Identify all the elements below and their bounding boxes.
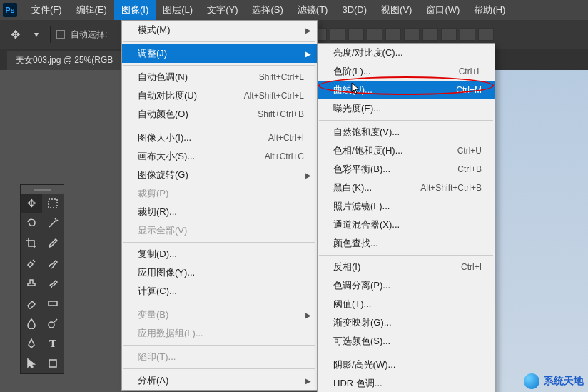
- align-icon[interactable]: [348, 28, 364, 41]
- align-icon[interactable]: [460, 28, 475, 41]
- align-icon[interactable]: [330, 28, 345, 41]
- menu-item-label: 色阶(L)...: [333, 65, 371, 78]
- image-menu-item[interactable]: 应用图像(Y)...: [122, 263, 317, 282]
- adjust-menu-item[interactable]: 可选颜色(S)...: [318, 332, 495, 351]
- menu-文字[interactable]: 文字(Y): [200, 0, 245, 20]
- menu-item-shortcut: Ctrl+L: [437, 66, 482, 76]
- image-menu-item[interactable]: 图像旋转(G): [122, 166, 317, 184]
- document-tab[interactable]: 美女003.jpg @ 25%(RGB: [7, 51, 121, 70]
- menu-item-label: 曝光度(E)...: [333, 102, 381, 115]
- auto-select-label: 自动选择:: [71, 29, 107, 41]
- gradient-tool[interactable]: [42, 293, 64, 313]
- move-tool-icon: ✥: [7, 26, 23, 42]
- menu-item-label: 色彩平衡(B)...: [333, 163, 390, 176]
- menu-item-shortcut: Shift+Ctrl+L: [238, 72, 304, 82]
- wand-tool[interactable]: [42, 213, 64, 233]
- adjust-menu-item[interactable]: 颜色查找...: [318, 234, 495, 253]
- globe-icon: [524, 373, 539, 389]
- blur-tool[interactable]: [21, 313, 42, 333]
- align-icon[interactable]: [385, 28, 401, 41]
- image-menu-item[interactable]: 自动色调(N)Shift+Ctrl+L: [122, 68, 317, 86]
- menu-窗口[interactable]: 窗口(W): [419, 0, 467, 20]
- menu-视图[interactable]: 视图(V): [374, 0, 419, 20]
- history-brush-tool[interactable]: [42, 273, 64, 293]
- adjust-menu-item[interactable]: 反相(I)Ctrl+I: [318, 258, 495, 276]
- menu-item-shortcut: Ctrl+B: [436, 164, 482, 174]
- menu-item-shortcut: Alt+Ctrl+C: [243, 151, 304, 161]
- healing-tool[interactable]: [21, 253, 42, 273]
- menu-编辑[interactable]: 编辑(E): [69, 0, 114, 20]
- eyedropper-tool[interactable]: [42, 233, 64, 253]
- toolbox: ✥ T: [20, 184, 64, 374]
- menu-item-label: HDR 色调...: [333, 377, 382, 390]
- adjust-menu-item[interactable]: HDR 色调...: [318, 374, 495, 392]
- menu-图层[interactable]: 图层(L): [156, 0, 200, 20]
- align-icon[interactable]: [478, 28, 494, 41]
- image-menu-item[interactable]: 计算(C)...: [122, 282, 317, 301]
- image-menu-item[interactable]: 自动对比度(U)Alt+Shift+Ctrl+L: [122, 86, 317, 105]
- menu-帮助[interactable]: 帮助(H): [467, 0, 512, 20]
- eraser-tool[interactable]: [21, 293, 42, 313]
- menu-图像[interactable]: 图像(I): [114, 0, 156, 20]
- menu-选择[interactable]: 选择(S): [245, 0, 290, 20]
- crop-tool[interactable]: [21, 233, 42, 253]
- pen-tool[interactable]: [21, 333, 42, 353]
- image-menu-item: 变量(B): [122, 306, 317, 324]
- adjust-menu-item[interactable]: 阴影/高光(W)...: [318, 356, 495, 374]
- brush-tool[interactable]: [42, 253, 64, 273]
- menu-item-label: 图像大小(I)...: [138, 131, 191, 144]
- image-menu-item[interactable]: 裁切(R)...: [122, 203, 317, 221]
- menu-item-shortcut: Ctrl+U: [436, 146, 482, 156]
- menu-item-label: 自动色调(N): [138, 71, 188, 84]
- type-tool[interactable]: T: [42, 333, 64, 353]
- image-menu-item[interactable]: 模式(M): [122, 21, 317, 39]
- menu-item-shortcut: Shift+Ctrl+B: [236, 109, 304, 119]
- align-icon[interactable]: [441, 28, 457, 41]
- dropdown-icon[interactable]: ▾: [29, 26, 44, 42]
- adjust-menu-item[interactable]: 自然饱和度(V)...: [318, 123, 495, 141]
- image-menu-item[interactable]: 画布大小(S)...Alt+Ctrl+C: [122, 147, 317, 166]
- adjust-menu-item[interactable]: 亮度/对比度(C)...: [318, 44, 495, 62]
- menu-item-label: 自动颜色(O): [138, 108, 188, 121]
- shape-tool[interactable]: [42, 353, 64, 373]
- image-menu-item: 显示全部(V): [122, 221, 317, 240]
- adjust-menu-item[interactable]: 色彩平衡(B)...Ctrl+B: [318, 160, 495, 179]
- stamp-tool[interactable]: [21, 273, 42, 293]
- toolbox-grip-icon[interactable]: [21, 185, 64, 194]
- adjust-menu-item[interactable]: 色相/饱和度(H)...Ctrl+U: [318, 141, 495, 160]
- image-menu-item: 陷印(T)...: [122, 348, 317, 366]
- adjust-menu-item[interactable]: 曝光度(E)...: [318, 99, 495, 118]
- menu-item-label: 计算(C)...: [138, 285, 177, 298]
- adjust-menu-item[interactable]: 色阶(L)...Ctrl+L: [318, 62, 495, 81]
- path-select-tool[interactable]: [21, 353, 42, 373]
- menu-item-label: 图像旋转(G): [138, 169, 188, 181]
- adjust-menu-item[interactable]: 色调分离(P)...: [318, 276, 495, 295]
- adjust-menu-item[interactable]: 曲线(U)...Ctrl+M: [318, 81, 495, 99]
- menu-item-label: 黑白(K)...: [333, 181, 372, 194]
- menu-文件[interactable]: 文件(F): [24, 0, 69, 20]
- svg-point-2: [49, 322, 54, 328]
- adjust-menu-item[interactable]: 阈值(T)...: [318, 295, 495, 313]
- menu-item-label: 可选颜色(S)...: [333, 335, 390, 348]
- lasso-tool[interactable]: [21, 213, 42, 233]
- adjust-menu-item[interactable]: 渐变映射(G)...: [318, 313, 495, 332]
- image-menu-item[interactable]: 自动颜色(O)Shift+Ctrl+B: [122, 105, 317, 124]
- menu-3D[interactable]: 3D(D): [335, 0, 374, 20]
- adjust-menu-item[interactable]: 黑白(K)...Alt+Shift+Ctrl+B: [318, 179, 495, 197]
- menu-滤镜[interactable]: 滤镜(T): [290, 0, 335, 20]
- align-icon[interactable]: [404, 28, 420, 41]
- menu-item-label: 裁切(R)...: [138, 206, 177, 218]
- image-menu-item[interactable]: 图像大小(I)...Alt+Ctrl+I: [122, 129, 317, 147]
- align-icon[interactable]: [367, 28, 382, 41]
- image-menu-item[interactable]: 分析(A): [122, 371, 317, 390]
- move-tool[interactable]: ✥: [21, 194, 42, 213]
- menu-item-label: 反相(I): [333, 261, 360, 273]
- image-menu-item[interactable]: 复制(D)...: [122, 245, 317, 263]
- dodge-tool[interactable]: [42, 313, 64, 333]
- auto-select-checkbox[interactable]: [56, 30, 65, 39]
- adjust-menu-item[interactable]: 通道混合器(X)...: [318, 216, 495, 234]
- image-menu-item[interactable]: 调整(J): [122, 44, 317, 63]
- align-icon[interactable]: [422, 28, 438, 41]
- adjust-menu-item[interactable]: 照片滤镜(F)...: [318, 197, 495, 216]
- marquee-tool[interactable]: [42, 194, 64, 213]
